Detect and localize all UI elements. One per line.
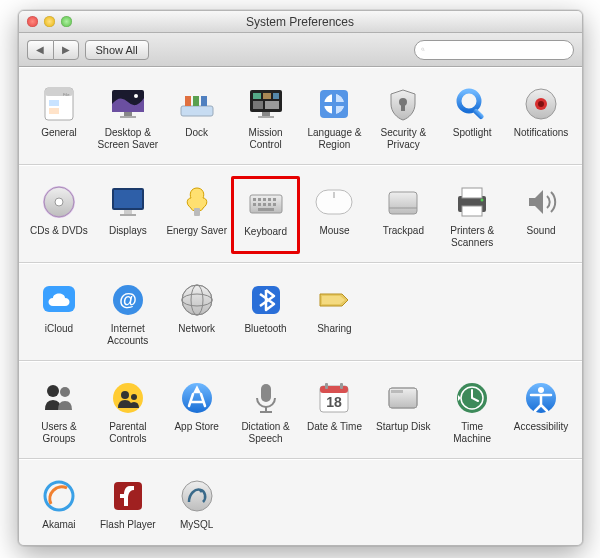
pref-language[interactable]: Language & Region [300, 78, 369, 156]
pref-flash[interactable]: Flash Player [93, 470, 162, 537]
datetime-icon [314, 378, 354, 418]
desktop-icon [108, 84, 148, 124]
network-icon [177, 280, 217, 320]
pref-network[interactable]: Network [162, 274, 231, 352]
flash-icon [108, 476, 148, 516]
pref-security[interactable]: Security & Privacy [369, 78, 438, 156]
nav-segment: ◀ ▶ [27, 40, 79, 60]
notifications-icon [521, 84, 561, 124]
pref-label: Sound [527, 225, 556, 237]
pref-printers[interactable]: Printers & Scanners [438, 176, 507, 254]
internet-icon [108, 280, 148, 320]
pref-label: Date & Time [307, 421, 362, 433]
pref-cds[interactable]: CDs & DVDs [25, 176, 94, 254]
toolbar: ◀ ▶ Show All [19, 33, 582, 67]
timemachine-icon [452, 378, 492, 418]
pref-mysql[interactable]: MySQL [162, 470, 231, 537]
mouse-icon [314, 182, 354, 222]
language-icon [314, 84, 354, 124]
pref-icloud[interactable]: iCloud [25, 274, 94, 352]
pref-row: iCloudInternet AccountsNetworkBluetoothS… [19, 263, 582, 361]
pref-label: Bluetooth [244, 323, 286, 335]
akamai-icon [39, 476, 79, 516]
pref-dock[interactable]: Dock [162, 78, 231, 156]
close-button[interactable] [27, 16, 38, 27]
search-input[interactable] [429, 44, 567, 56]
energy-icon [177, 182, 217, 222]
pref-label: Startup Disk [376, 421, 430, 433]
pref-label: Security & Privacy [373, 127, 434, 150]
search-icon [421, 44, 425, 55]
pref-label: CDs & DVDs [30, 225, 88, 237]
pref-dictation[interactable]: Dictation & Speech [231, 372, 300, 450]
pref-datetime[interactable]: Date & Time [300, 372, 369, 450]
pref-row: AkamaiFlash PlayerMySQL [19, 459, 582, 545]
pref-sharing[interactable]: Sharing [300, 274, 369, 352]
pref-label: Akamai [42, 519, 75, 531]
pref-sound[interactable]: Sound [507, 176, 576, 254]
pref-label: Internet Accounts [97, 323, 158, 346]
pref-label: Displays [109, 225, 147, 237]
trackpad-icon [383, 182, 423, 222]
pref-label: Accessibility [514, 421, 568, 433]
parental-icon [108, 378, 148, 418]
dock-icon [177, 84, 217, 124]
pref-label: MySQL [180, 519, 213, 531]
sound-icon [521, 182, 561, 222]
forward-button[interactable]: ▶ [53, 40, 79, 60]
pref-general[interactable]: General [25, 78, 94, 156]
printers-icon [452, 182, 492, 222]
pref-accessibility[interactable]: Accessibility [507, 372, 576, 450]
pref-users[interactable]: Users & Groups [25, 372, 94, 450]
pref-label: Mouse [319, 225, 349, 237]
pref-label: App Store [174, 421, 218, 433]
pref-label: Spotlight [453, 127, 492, 139]
pref-label: Dock [185, 127, 208, 139]
pref-energy[interactable]: Energy Saver [162, 176, 231, 254]
svg-line-93 [423, 50, 424, 51]
back-button[interactable]: ◀ [27, 40, 53, 60]
pref-akamai[interactable]: Akamai [25, 470, 94, 537]
pref-spotlight[interactable]: Spotlight [438, 78, 507, 156]
spotlight-icon [452, 84, 492, 124]
preferences-panel: GeneralDesktop & Screen SaverDockMission… [19, 67, 582, 545]
pref-label: Keyboard [244, 226, 287, 238]
pref-label: Sharing [317, 323, 351, 335]
titlebar: System Preferences [19, 11, 582, 33]
mysql-icon [177, 476, 217, 516]
pref-label: Mission Control [235, 127, 296, 150]
window-title: System Preferences [19, 15, 582, 29]
zoom-button[interactable] [61, 16, 72, 27]
show-all-button[interactable]: Show All [85, 40, 149, 60]
mission-icon [246, 84, 286, 124]
pref-label: Desktop & Screen Saver [97, 127, 158, 150]
pref-label: Parental Controls [97, 421, 158, 444]
pref-parental[interactable]: Parental Controls [93, 372, 162, 450]
pref-notifications[interactable]: Notifications [507, 78, 576, 156]
pref-mission[interactable]: Mission Control [231, 78, 300, 156]
pref-label: Flash Player [100, 519, 156, 531]
pref-trackpad[interactable]: Trackpad [369, 176, 438, 254]
pref-mouse[interactable]: Mouse [300, 176, 369, 254]
pref-keyboard[interactable]: Keyboard [231, 176, 300, 254]
pref-label: Time Machine [442, 421, 503, 444]
appstore-icon [177, 378, 217, 418]
search-field[interactable] [414, 40, 574, 60]
dictation-icon [246, 378, 286, 418]
pref-desktop[interactable]: Desktop & Screen Saver [93, 78, 162, 156]
pref-appstore[interactable]: App Store [162, 372, 231, 450]
pref-timemachine[interactable]: Time Machine [438, 372, 507, 450]
accessibility-icon [521, 378, 561, 418]
cds-icon [39, 182, 79, 222]
pref-label: Dictation & Speech [235, 421, 296, 444]
pref-internet[interactable]: Internet Accounts [93, 274, 162, 352]
pref-startup[interactable]: Startup Disk [369, 372, 438, 450]
pref-bluetooth[interactable]: Bluetooth [231, 274, 300, 352]
security-icon [383, 84, 423, 124]
pref-displays[interactable]: Displays [93, 176, 162, 254]
general-icon [39, 84, 79, 124]
svg-point-92 [421, 48, 423, 50]
pref-label: Language & Region [304, 127, 365, 150]
minimize-button[interactable] [44, 16, 55, 27]
pref-label: Energy Saver [166, 225, 227, 237]
